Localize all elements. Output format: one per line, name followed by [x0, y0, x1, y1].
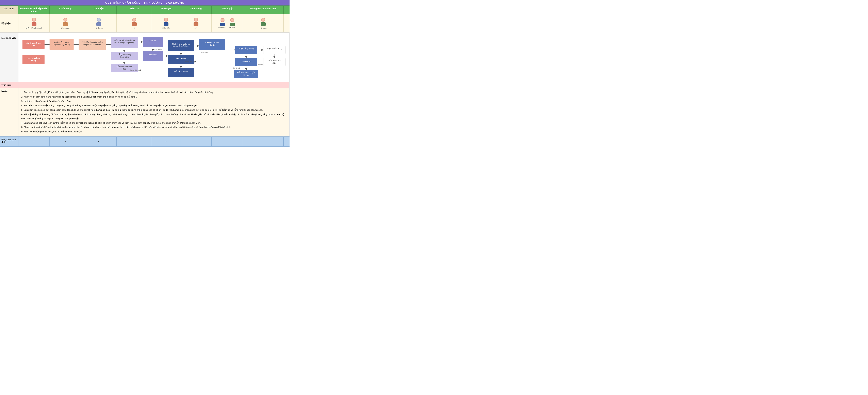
svg-text:Xác định giờ làm: Xác định giờ làm [26, 42, 41, 44]
svg-text:Kiểm tra và xác: Kiểm tra và xác [268, 59, 281, 62]
avatar-5 [162, 17, 170, 26]
dept-cell-1: Nhân viên phụ trách [18, 14, 50, 32]
svg-text:Kiểm tra, xác nhận bảng: Kiểm tra, xác nhận bảng [114, 39, 135, 41]
file-cell-2: • [50, 137, 81, 147]
svg-text:Nhận phiếu lương: Nhận phiếu lương [267, 47, 282, 50]
bo-phan-label: Bộ phận [0, 14, 18, 32]
svg-point-26 [262, 18, 265, 21]
mo-ta-item-3: 3. Hệ thống ghi nhận các thông tin về ch… [21, 100, 286, 104]
mo-ta-item-5: 5. Ban giám đốc sẽ xem set bảng chấm côn… [21, 108, 286, 112]
mo-ta-section: Mô tả 1. Đặt ra các quy định về giờ làm … [0, 88, 289, 137]
svg-text:Phê duyệt: Phê duyệt [201, 52, 208, 53]
dept-label-7b: Kế toán [229, 27, 235, 29]
svg-rect-13 [164, 22, 168, 26]
svg-text:Kiểm tra và phê: Kiểm tra và phê [205, 41, 219, 44]
svg-text:Thiết lập chấm: Thiết lập chấm [27, 57, 40, 59]
avatar-1 [30, 17, 38, 26]
svg-text:chấm công: chấm công [120, 56, 129, 58]
svg-rect-73 [168, 68, 194, 77]
svg-rect-22 [230, 23, 235, 26]
svg-text:lương đã phê duyệt: lương đã phê duyệt [173, 45, 189, 47]
svg-text:chấm công hàng tháng: chấm công hàng tháng [115, 41, 134, 44]
svg-text:Phê duyệt: Phê duyệt [148, 54, 157, 56]
avatar-3 [95, 17, 103, 26]
mo-ta-item-7: 7. Ban Giám đốc hoặc Kế toán trưởng kiểm… [21, 121, 286, 125]
svg-text:Nhận bảng lương: Nhận bảng lương [239, 47, 254, 50]
file-section: File, Data cần thiết • • • • [0, 137, 289, 147]
thoi-gian-label: Thời gian [0, 82, 18, 88]
svg-point-23 [231, 19, 234, 22]
svg-point-8 [97, 18, 100, 21]
svg-rect-10 [132, 22, 137, 26]
mo-ta-label: Mô tả [0, 88, 18, 137]
dept-label-4: HR [133, 27, 135, 29]
avatar-7a [218, 18, 226, 27]
svg-text:đốc: đốc [123, 68, 126, 70]
svg-text:Có vấn đề: Có vấn đề [233, 67, 240, 69]
main-title: QUY TRÌNH CHẤM CÔNG - TÍNH LƯƠNG - BẢO L… [0, 0, 289, 5]
svg-text:ngày qua hệ thống: ngày qua hệ thống [54, 44, 69, 46]
file-cell-4 [117, 137, 152, 147]
avatar-2 [61, 17, 69, 26]
svg-rect-4 [63, 22, 68, 26]
thoi-gian-section: Thời gian [0, 82, 289, 88]
list-cong-viec-label: List công việc [0, 32, 18, 82]
avatar-7b [228, 18, 236, 27]
dept-cell-4: HR [117, 14, 152, 32]
mo-ta-content: 1. Đặt ra các quy định về giờ làm việc, … [18, 88, 289, 137]
col-header-7: Phê duyệt [212, 5, 243, 14]
file-cell-3: • [81, 137, 117, 147]
svg-rect-61 [143, 51, 163, 61]
dept-cell-8: Kế toán [243, 14, 283, 32]
dept-label-5: Giám đốc [162, 27, 170, 29]
col-header-3: Ghi nhận [81, 5, 117, 14]
svg-text:công của các nhân sự: công của các nhân sự [83, 44, 102, 46]
dept-cell-3: Hệ thống [81, 14, 117, 32]
bo-phan-row: Bộ phận Nhân viên phụ trách Nhân viên Hệ… [0, 14, 289, 32]
svg-point-20 [221, 19, 224, 22]
svg-text:Thanh toán: Thanh toán [241, 60, 251, 62]
dept-cell-2: Nhân viên [50, 14, 81, 32]
svg-rect-7 [96, 22, 101, 26]
dept-label-6: HR [194, 27, 197, 29]
dept-label-3: Hệ thống [95, 27, 103, 29]
svg-rect-70 [168, 55, 194, 64]
svg-rect-19 [220, 23, 225, 26]
avatar-6 [192, 17, 200, 26]
svg-rect-57 [143, 37, 163, 47]
svg-text:việc: việc [32, 44, 35, 47]
svg-rect-1 [32, 22, 36, 26]
mo-ta-item-6: 6. HR nhận bảng chấm công đã được phê du… [21, 113, 286, 121]
col-header-8: Thông báo và thanh toán [243, 5, 283, 14]
mo-ta-item-8: 8. Phòng Kế toán thực hiện việc thanh to… [21, 125, 286, 130]
svg-point-2 [33, 18, 35, 21]
dept-label-1: Nhân viên phụ trách [26, 27, 42, 29]
dept-cell-7: Giám đốc Kế toán [212, 14, 243, 32]
svg-text:Không phê duyệt: Không phê duyệt [130, 69, 141, 71]
svg-text:Tổng hợp bảng: Tổng hợp bảng [118, 53, 131, 56]
svg-text:Gửi lên Ban Giám: Gửi lên Ban Giám [117, 65, 132, 68]
col-header-6: Tính lương [180, 5, 212, 14]
svg-point-17 [194, 18, 197, 21]
svg-text:khoản: khoản [244, 74, 249, 76]
file-cell-5: • [152, 137, 180, 147]
file-cell-7 [212, 137, 243, 147]
svg-point-11 [133, 18, 136, 21]
column-headers: Giai đoạn Xác định và thiết lập chấm côn… [0, 5, 289, 14]
mo-ta-item-2: 2. Nhân viên chấm công hằng ngày qua hệ … [21, 95, 286, 99]
svg-text:Gửi bảng lương: Gửi bảng lương [174, 70, 188, 73]
flow-content: Xác định giờ làm việc Thiết lập chấm côn… [18, 32, 289, 82]
col-header-5: Phê duyệt [152, 5, 180, 14]
avatar-8 [259, 17, 267, 26]
flow-diagram: Xác định giờ làm việc Thiết lập chấm côn… [21, 35, 287, 79]
mo-ta-item-9: 9. Nhân viên nhận phiếu lương, sau đó ki… [21, 130, 286, 134]
col-header-4: Kiểm tra [117, 5, 152, 14]
svg-text:Ghi nhận thông tin chấm: Ghi nhận thông tin chấm [82, 41, 103, 43]
svg-point-14 [165, 18, 167, 21]
giai-doan-label: Giai đoạn [0, 5, 18, 14]
svg-text:Kiểm tra việc chuyển: Kiểm tra việc chuyển [237, 72, 255, 74]
thoi-gian-content [18, 82, 289, 88]
flow-section: List công việc Xác định giờ làm việc Thi… [0, 32, 289, 82]
svg-text:Xem xét: Xem xét [149, 39, 156, 42]
dept-label-7a: Giám đốc [218, 27, 226, 29]
